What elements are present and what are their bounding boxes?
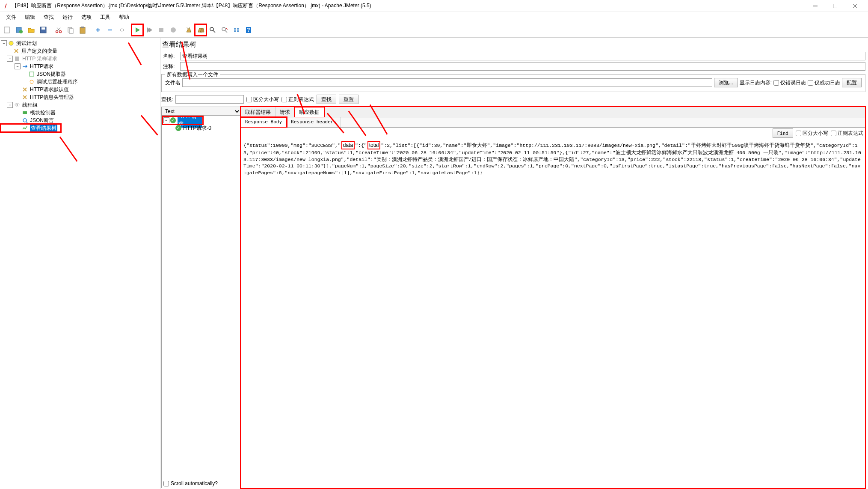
collapse-icon[interactable]: − — [7, 102, 13, 108]
window-title: 【P48】响应断言（Response Assertion）.jmx (D:\De… — [12, 2, 806, 9]
collapse-icon[interactable]: − — [1, 40, 7, 46]
response-panel: 取样器结果 请求 响应数据 Response Body Response hea… — [241, 107, 865, 488]
body-find-button[interactable]: Find — [773, 128, 794, 138]
open-icon[interactable] — [26, 24, 37, 36]
sub-tabs: Response Body Response headers — [241, 117, 865, 128]
tree-node-http-sampler-group[interactable]: − HTTP 采样请求 — [1, 55, 159, 63]
panel-title: 查看结果树 — [161, 39, 865, 51]
function-helper-icon[interactable] — [231, 24, 242, 36]
tree-node-http-request[interactable]: − HTTP请求 — [1, 63, 159, 70]
svg-line-12 — [57, 27, 60, 31]
help-icon[interactable]: ? — [243, 24, 254, 36]
regex-checkbox[interactable]: 正则表达式 — [281, 96, 314, 103]
minimize-button[interactable] — [806, 0, 825, 12]
search-icon[interactable] — [207, 24, 218, 36]
comment-label: 注释: — [161, 63, 178, 70]
svg-rect-15 — [80, 27, 85, 33]
main-tabs: 取样器结果 请求 响应数据 — [241, 107, 865, 117]
body-regex-checkbox[interactable]: 正则表达式 — [831, 130, 863, 137]
tree-node-header-manager[interactable]: HTTP信息头管理器 — [1, 93, 159, 101]
svg-line-44 — [26, 122, 27, 123]
svg-rect-33 — [237, 30, 239, 32]
tree-node-module-controller[interactable]: 模块控制器 — [1, 109, 159, 116]
collapse-icon[interactable]: − — [7, 56, 13, 62]
save-icon[interactable] — [38, 24, 49, 36]
tree-node-json-extractor[interactable]: JSON提取器 — [1, 70, 159, 78]
result-row-http-request-0[interactable]: ✓ HTTP请求-0 — [163, 124, 240, 132]
svg-rect-20 — [159, 28, 163, 32]
result-row-http-request[interactable]: − ✓ HTTP请求 — [163, 116, 203, 124]
collapse-icon[interactable]: − — [163, 117, 169, 123]
tree-root[interactable]: − 测试计划 — [1, 39, 159, 47]
svg-line-27 — [225, 30, 227, 33]
testplan-icon — [8, 40, 15, 47]
body-case-checkbox[interactable]: 区分大小写 — [796, 130, 828, 137]
tree-node-user-vars[interactable]: 用户定义的变量 — [1, 47, 159, 55]
comment-input[interactable] — [180, 62, 865, 71]
tree-node-view-results-tree[interactable]: 查看结果树 — [1, 124, 61, 132]
case-sensitive-checkbox[interactable]: 区分大小写 — [246, 96, 279, 103]
browse-button[interactable]: 浏览... — [714, 78, 738, 87]
highlight-data: data — [341, 141, 355, 149]
maximize-button[interactable] — [825, 0, 845, 12]
window-controls — [806, 0, 865, 12]
only-success-checkbox[interactable]: 仅成功日志 — [808, 79, 840, 86]
response-body-text[interactable]: {"status":10000,"msg":"SUCCESS","data":{… — [241, 139, 865, 488]
clear-all-icon[interactable] — [195, 24, 206, 36]
svg-point-43 — [23, 119, 27, 122]
menu-edit[interactable]: 编辑 — [21, 13, 39, 22]
svg-text:?: ? — [247, 27, 250, 33]
controller-icon — [21, 109, 28, 116]
filename-input[interactable] — [182, 78, 712, 87]
start-no-pause-icon[interactable] — [144, 24, 155, 36]
tree-node-thread-group[interactable]: − 线程组 — [1, 101, 159, 109]
collapse-icon[interactable]: − — [15, 63, 21, 69]
menu-help[interactable]: 帮助 — [115, 13, 133, 22]
assertion-icon — [21, 117, 28, 124]
renderer-select[interactable]: Text — [162, 107, 240, 116]
subtab-response-body[interactable]: Response Body — [241, 117, 287, 127]
app-icon — [3, 3, 9, 9]
search-label: 查找: — [161, 96, 173, 103]
tree-node-http-defaults[interactable]: HTTP请求默认值 — [1, 86, 159, 93]
find-button[interactable]: 查找 — [317, 95, 336, 104]
clear-icon[interactable] — [183, 24, 194, 36]
templates-icon[interactable] — [14, 24, 25, 36]
tree-node-json-assertion[interactable]: JSON断言 — [1, 116, 159, 124]
tab-request[interactable]: 请求 — [276, 107, 295, 117]
search-input[interactable] — [175, 95, 244, 104]
menu-search[interactable]: 查找 — [39, 13, 58, 22]
menu-tools[interactable]: 工具 — [96, 13, 115, 22]
subtab-response-headers[interactable]: Response headers — [287, 117, 341, 127]
name-input[interactable] — [180, 52, 865, 60]
start-icon[interactable] — [132, 24, 143, 36]
menu-options[interactable]: 选项 — [77, 13, 96, 22]
scroll-auto-checkbox[interactable]: Scroll automatically? — [162, 479, 240, 488]
paste-icon[interactable] — [77, 24, 88, 36]
copy-icon[interactable] — [65, 24, 76, 36]
cut-icon[interactable] — [53, 24, 64, 36]
name-label: 名称: — [161, 53, 178, 60]
new-icon[interactable] — [2, 24, 13, 36]
config-button[interactable]: 配置 — [842, 78, 862, 87]
menu-run[interactable]: 运行 — [58, 13, 77, 22]
toggle-icon[interactable] — [116, 24, 127, 36]
shutdown-icon[interactable] — [168, 24, 179, 36]
results-tree[interactable]: − ✓ HTTP请求 ✓ HTTP请求-0 — [162, 116, 240, 479]
stop-icon[interactable] — [156, 24, 167, 36]
test-plan-tree[interactable]: − 测试计划 用户定义的变量 − HTTP 采样请求 − HTTP请求 JSON… — [0, 38, 160, 489]
collapse-icon[interactable] — [104, 24, 116, 36]
menu-file[interactable]: 文件 — [2, 13, 21, 22]
expand-icon[interactable] — [92, 24, 104, 36]
svg-point-10 — [59, 30, 62, 33]
tab-sampler-result[interactable]: 取样器结果 — [241, 107, 276, 117]
search-reset-icon[interactable] — [219, 24, 230, 36]
only-errors-checkbox[interactable]: 仅错误日志 — [773, 79, 806, 86]
close-button[interactable] — [845, 0, 865, 12]
svg-line-25 — [213, 30, 215, 33]
reset-button[interactable]: 重置 — [339, 95, 358, 104]
tab-response-data[interactable]: 响应数据 — [295, 107, 324, 117]
results-list-panel: Text − ✓ HTTP请求 ✓ HTTP请求-0 Scroll aut — [161, 107, 241, 488]
tree-node-debug-post[interactable]: 调试后置处理程序 — [1, 78, 159, 86]
svg-rect-38 — [30, 72, 34, 76]
